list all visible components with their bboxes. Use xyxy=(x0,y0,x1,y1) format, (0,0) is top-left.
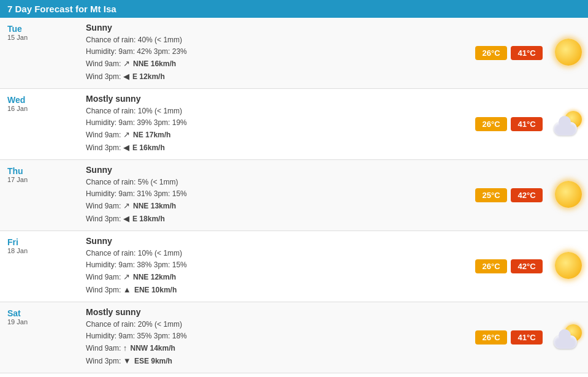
day-date: 16 Jan xyxy=(7,105,72,112)
details-cell: Sunny Chance of rain: 10% (< 1mm) Humidi… xyxy=(80,230,414,302)
temp-badges: 26°C 41°C xyxy=(420,46,543,60)
condition-title: Sunny xyxy=(86,23,408,32)
wind9am-dir: NNE 16km/h xyxy=(133,59,176,68)
temp-cell: 26°C 41°C xyxy=(414,302,549,373)
day-name: Tue xyxy=(7,24,72,34)
wind9am-arrow: ↗ xyxy=(123,58,130,70)
wind9am-detail: Wind 9am: ↗ NNE 12km/h xyxy=(86,271,408,284)
details-cell: Mostly sunny Chance of rain: 10% (< 1mm)… xyxy=(80,88,414,159)
sunny-icon xyxy=(555,39,582,66)
forecast-title: 7 Day Forecast for Mt Isa xyxy=(7,4,116,14)
day-name: Wed xyxy=(7,95,72,105)
temp-high: 41°C xyxy=(511,46,543,60)
temp-low: 25°C xyxy=(475,188,507,202)
partly-cloudy-icon xyxy=(554,111,583,135)
temp-badges: 25°C 42°C xyxy=(420,188,543,202)
details-cell: Mostly sunny Chance of rain: 20% (< 1mm)… xyxy=(80,302,414,373)
details-cell: Sunny Chance of rain: 5% (< 1mm) Humidit… xyxy=(80,159,414,230)
wind3pm-detail: Wind 3pm: ◀ E 16km/h xyxy=(86,142,408,154)
forecast-row: Tue15 Jan Sunny Chance of rain: 40% (< 1… xyxy=(0,18,588,88)
day-date: 17 Jan xyxy=(7,176,72,183)
humidity-detail: Humidity: 9am: 35% 3pm: 18% xyxy=(86,330,408,342)
temp-badges: 26°C 42°C xyxy=(420,259,543,273)
wind3pm-arrow: ◀ xyxy=(123,213,129,226)
wind9am-arrow: ↗ xyxy=(123,129,130,142)
day-date: 19 Jan xyxy=(7,318,72,326)
condition-title: Sunny xyxy=(86,236,408,246)
weather-icon-cell xyxy=(549,373,588,377)
day-cell: Sun20 Jan xyxy=(0,373,80,377)
temp-low: 26°C xyxy=(475,330,507,345)
temp-cell: 27°C 41°C xyxy=(414,373,549,377)
wind9am-detail: Wind 9am: ↗ NNE 13km/h xyxy=(86,200,408,213)
wind9am-dir: NE 17km/h xyxy=(133,131,170,139)
humidity-detail: Humidity: 9am: 39% 3pm: 19% xyxy=(86,117,408,129)
sunny-icon xyxy=(555,252,582,279)
sunny-icon xyxy=(555,181,582,208)
temp-low: 26°C xyxy=(475,46,507,60)
wind3pm-detail: Wind 3pm: ▲ ENE 10km/h xyxy=(86,284,408,297)
wind3pm-arrow: ◀ xyxy=(123,70,129,83)
forecast-table: Tue15 Jan Sunny Chance of rain: 40% (< 1… xyxy=(0,18,588,377)
temp-badges: 26°C 41°C xyxy=(420,117,543,131)
day-name: Thu xyxy=(7,166,72,176)
wind9am-dir: NNE 13km/h xyxy=(133,202,176,210)
cloud-part xyxy=(554,335,577,349)
forecast-row: Sat19 Jan Mostly sunny Chance of rain: 2… xyxy=(0,302,588,373)
day-cell: Wed16 Jan xyxy=(0,88,80,159)
weather-icon-cell xyxy=(549,302,588,373)
wind3pm-dir: E 12km/h xyxy=(132,72,165,81)
wind3pm-dir: E 16km/h xyxy=(132,143,165,152)
forecast-header: 7 Day Forecast for Mt Isa xyxy=(0,0,588,18)
temp-low: 26°C xyxy=(475,259,507,273)
cloud-part xyxy=(554,122,577,135)
forecast-row: Thu17 Jan Sunny Chance of rain: 5% (< 1m… xyxy=(0,159,588,230)
partly-cloudy-icon xyxy=(554,324,583,349)
temp-cell: 26°C 42°C xyxy=(414,230,549,302)
rain-detail: Chance of rain: 5% (< 1mm) xyxy=(86,177,408,188)
temp-high: 42°C xyxy=(511,188,543,202)
details-cell: Mostly sunny Chance of rain: 40% (< 1mm)… xyxy=(80,373,414,377)
forecast-row: Fri18 Jan Sunny Chance of rain: 10% (< 1… xyxy=(0,230,588,302)
temp-high: 41°C xyxy=(511,117,543,131)
temp-cell: 26°C 41°C xyxy=(414,88,549,159)
weather-icon-cell xyxy=(549,18,588,88)
temp-low: 26°C xyxy=(475,117,507,131)
forecast-row: Wed16 Jan Mostly sunny Chance of rain: 1… xyxy=(0,88,588,159)
wind3pm-detail: Wind 3pm: ◀ E 18km/h xyxy=(86,213,408,226)
wind3pm-dir: ENE 10km/h xyxy=(134,286,177,294)
wind3pm-arrow: ▲ xyxy=(123,284,131,297)
day-date: 18 Jan xyxy=(7,247,72,254)
wind9am-arrow: ↗ xyxy=(123,271,130,284)
humidity-detail: Humidity: 9am: 31% 3pm: 15% xyxy=(86,188,408,200)
humidity-detail: Humidity: 9am: 42% 3pm: 23% xyxy=(86,46,408,58)
day-date: 15 Jan xyxy=(7,34,72,41)
temp-cell: 25°C 42°C xyxy=(414,159,549,230)
wind9am-dir: NNW 14km/h xyxy=(131,344,175,352)
day-name: Fri xyxy=(7,237,72,247)
wind9am-detail: Wind 9am: ↗ NE 17km/h xyxy=(86,129,408,142)
rain-detail: Chance of rain: 20% (< 1mm) xyxy=(86,319,408,330)
wind9am-arrow: ↑ xyxy=(123,342,128,355)
condition-title: Mostly sunny xyxy=(86,94,408,104)
weather-icon-cell xyxy=(549,230,588,302)
wind3pm-dir: ESE 9km/h xyxy=(134,357,172,365)
humidity-detail: Humidity: 9am: 38% 3pm: 15% xyxy=(86,259,408,271)
wind9am-arrow: ↗ xyxy=(123,200,130,213)
temp-badges: 26°C 41°C xyxy=(420,330,543,345)
details-cell: Sunny Chance of rain: 40% (< 1mm) Humidi… xyxy=(80,18,414,88)
temp-high: 41°C xyxy=(511,330,543,345)
day-cell: Thu17 Jan xyxy=(0,159,80,230)
rain-detail: Chance of rain: 40% (< 1mm) xyxy=(86,34,408,46)
weather-icon-cell xyxy=(549,159,588,230)
temp-high: 42°C xyxy=(511,259,543,273)
weather-icon-cell xyxy=(549,88,588,159)
condition-title: Sunny xyxy=(86,165,408,175)
wind9am-detail: Wind 9am: ↗ NNE 16km/h xyxy=(86,58,408,70)
rain-detail: Chance of rain: 10% (< 1mm) xyxy=(86,105,408,117)
day-cell: Tue15 Jan xyxy=(0,18,80,88)
day-name: Sat xyxy=(7,308,72,318)
day-cell: Sat19 Jan xyxy=(0,302,80,373)
condition-title: Mostly sunny xyxy=(86,307,408,317)
temp-cell: 26°C 41°C xyxy=(414,18,549,88)
